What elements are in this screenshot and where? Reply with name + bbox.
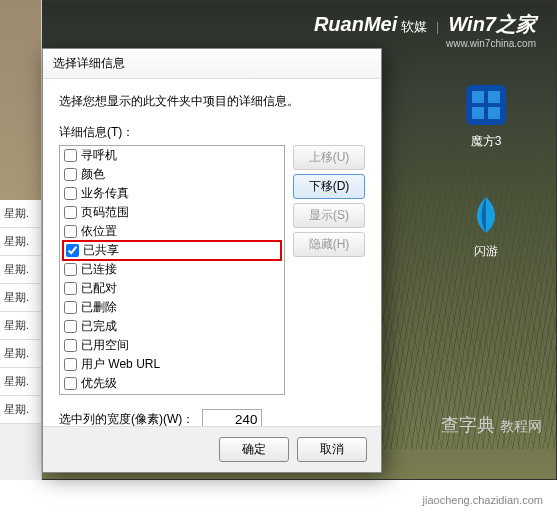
day-label: 星期. [0,312,41,340]
shanyou-icon [462,191,510,239]
checklist-item[interactable]: 依位置 [60,222,284,241]
checklist-item-label: 寻呼机 [81,147,117,164]
details-dialog: 选择详细信息 选择您想显示的此文件夹中项目的详细信息。 详细信息(T)： 寻呼机… [42,48,382,473]
checkbox[interactable] [64,339,77,352]
day-label: 星期. [0,368,41,396]
mofang-icon [462,81,510,129]
day-label: 星期. [0,200,41,228]
checklist-item-label: 已完成 [81,318,117,335]
checklist-item[interactable]: 用户 Web URL [60,355,284,374]
move-down-button[interactable]: 下移(D) [293,174,365,199]
checklist-item[interactable]: 已配对 [60,279,284,298]
checklist-item-label: 已共享 [83,242,119,259]
hide-button[interactable]: 隐藏(H) [293,232,365,257]
day-label: 星期. [0,340,41,368]
checklist-item-label: 已连接 [81,261,117,278]
dialog-instruction: 选择您想显示的此文件夹中项目的详细信息。 [59,93,365,110]
checklist-item-label: 已删除 [81,299,117,316]
checkbox[interactable] [66,244,79,257]
ok-button[interactable]: 确定 [219,437,289,462]
day-label: 星期. [0,256,41,284]
checklist-item-label: 业务传真 [81,185,129,202]
button-column: 上移(U) 下移(D) 显示(S) 隐藏(H) [293,145,365,395]
checklist-item[interactable]: 页码范围 [60,203,284,222]
day-label: 星期. [0,284,41,312]
left-panel: 星期.星期.星期.星期.星期.星期.星期.星期. [0,0,42,480]
checkbox[interactable] [64,206,77,219]
checklist-item[interactable]: 邮箱 [60,393,284,395]
checklist-item-label: 邮箱 [81,394,105,395]
checklist-item-label: 用户 Web URL [81,356,160,373]
checklist-item[interactable]: 已连接 [60,260,284,279]
watermark: 查字典 教程网 [441,413,542,437]
left-panel-brown [0,0,41,200]
checkbox[interactable] [64,282,77,295]
checkbox[interactable] [64,187,77,200]
logo-bar: RuanMei 软媒 | Win7之家 www.win7china.com [314,11,536,49]
checklist-item-label: 颜色 [81,166,105,183]
checkbox[interactable] [64,168,77,181]
credit-text: jiaocheng.chazidian.com [423,494,543,506]
svg-rect-1 [472,91,484,103]
desktop-icon-label: 闪游 [474,244,498,258]
checklist-item[interactable]: 颜色 [60,165,284,184]
checklist-item-label: 页码范围 [81,204,129,221]
site-title: Win7之家 [448,13,536,35]
checklist-item[interactable]: 已完成 [60,317,284,336]
dialog-footer: 确定 取消 [43,426,381,472]
desktop-icon-shanyou[interactable]: 闪游 [456,191,516,260]
day-label: 星期. [0,228,41,256]
checklist-item-label: 已用空间 [81,337,129,354]
desktop-icon-label: 魔方3 [471,134,502,148]
checkbox[interactable] [64,225,77,238]
checklist-item-label: 依位置 [81,223,117,240]
svg-rect-2 [488,91,500,103]
cancel-button[interactable]: 取消 [297,437,367,462]
move-up-button[interactable]: 上移(U) [293,145,365,170]
checkbox[interactable] [64,377,77,390]
checklist-item[interactable]: 优先级 [60,374,284,393]
checkbox[interactable] [64,320,77,333]
checklist-item-label: 已配对 [81,280,117,297]
svg-rect-3 [472,107,484,119]
show-button[interactable]: 显示(S) [293,203,365,228]
desktop-icon-mofang[interactable]: 魔方3 [456,81,516,150]
checklist-item[interactable]: 已用空间 [60,336,284,355]
checkbox[interactable] [64,149,77,162]
dialog-title: 选择详细信息 [43,49,381,79]
svg-rect-4 [488,107,500,119]
checklist-item[interactable]: 寻呼机 [60,146,284,165]
checklist-item-label: 优先级 [81,375,117,392]
details-checklist[interactable]: 寻呼机颜色业务传真页码范围依位置已共享已连接已配对已删除已完成已用空间用户 We… [59,145,285,395]
brand-logo: RuanMei [314,13,397,35]
checklist-item[interactable]: 已共享 [62,240,282,261]
checkbox[interactable] [64,358,77,371]
checklist-item[interactable]: 已删除 [60,298,284,317]
checklist-item[interactable]: 业务传真 [60,184,284,203]
brand-sub: 软媒 [401,19,427,34]
list-label: 详细信息(T)： [59,124,365,141]
checkbox[interactable] [64,301,77,314]
day-label: 星期. [0,396,41,424]
checkbox[interactable] [64,263,77,276]
